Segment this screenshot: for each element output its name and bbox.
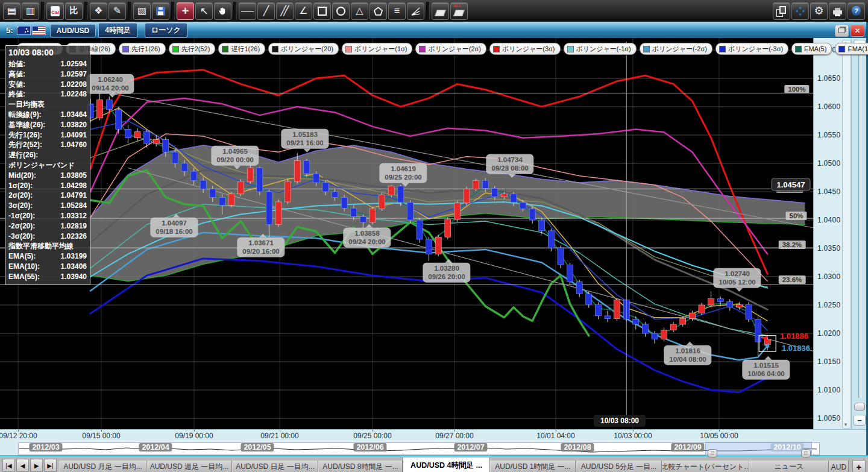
help-icon[interactable]: ? bbox=[848, 2, 865, 20]
time-axis[interactable]: 09/12 20:0009/15 00:0009/19 00:0009/21 0… bbox=[0, 429, 866, 442]
chart-type-button[interactable]: ローソク bbox=[145, 23, 187, 38]
trend-line-icon[interactable]: ╱ bbox=[257, 2, 275, 20]
hand-icon[interactable] bbox=[214, 2, 231, 20]
zoom-slider-handle[interactable] bbox=[854, 403, 865, 411]
tab-chart[interactable]: AUD/USD 5分足 一目... bbox=[576, 461, 662, 472]
legend-item[interactable]: ボリンジャー(-1σ) bbox=[564, 43, 637, 55]
first-tab-icon[interactable]: |◀ bbox=[2, 459, 15, 472]
zoom-out-button[interactable]: − bbox=[854, 415, 866, 426]
angle-line-icon[interactable]: ∠ bbox=[295, 2, 312, 20]
tab-active-chart[interactable]: AUD/USD 4時間足 ... bbox=[403, 458, 490, 472]
chart-settings-icon[interactable]: ▧ bbox=[133, 2, 151, 20]
object-connect-icon[interactable]: ❖ bbox=[90, 2, 107, 20]
calendar-icon[interactable]: Cal bbox=[46, 2, 64, 20]
panel-row: 1σ(20):1.04298 bbox=[8, 181, 87, 191]
tab-chart[interactable]: AUD/USD 1時間足 一... bbox=[490, 461, 576, 472]
fullscreen-icon[interactable] bbox=[791, 2, 809, 20]
timeline-month-badge[interactable]: 2012/06 bbox=[353, 443, 386, 452]
timeline-month-badge[interactable]: 2012/10 bbox=[770, 443, 804, 452]
price-annotation: 1.0624009/14 20:00 bbox=[86, 74, 134, 94]
cascade-windows-icon[interactable] bbox=[773, 2, 790, 20]
candle bbox=[727, 301, 733, 307]
chart-plot[interactable] bbox=[0, 38, 813, 429]
legend-item[interactable]: ボリンジャー(1σ) bbox=[342, 43, 413, 55]
rectangle-icon[interactable] bbox=[313, 2, 331, 20]
close-window-button[interactable]: ✕ bbox=[851, 25, 864, 37]
triangle-icon[interactable]: △ bbox=[351, 2, 368, 20]
legend-label: ボリンジャー(3σ) bbox=[502, 45, 555, 54]
candle bbox=[529, 209, 535, 220]
timeline-month-badge[interactable]: 2012/04 bbox=[139, 443, 172, 452]
timeline-left-handle[interactable] bbox=[708, 449, 717, 458]
add-tab-button[interactable]: + bbox=[852, 460, 866, 472]
pencil-icon[interactable]: ✎ bbox=[108, 2, 126, 20]
candle bbox=[200, 180, 206, 189]
tab-chart[interactable]: ニュース bbox=[749, 461, 829, 472]
toolbar-separator bbox=[171, 2, 175, 20]
legend-item[interactable]: 先行1(26) bbox=[119, 43, 166, 55]
legend-label: EMA(5) bbox=[804, 45, 826, 52]
timeline-month-badge[interactable]: 2012/07 bbox=[454, 443, 487, 452]
legend-item[interactable]: ボリンジャー(20) bbox=[268, 43, 339, 55]
candle bbox=[426, 239, 432, 254]
legend-item[interactable]: ボリンジャー(3σ) bbox=[489, 43, 561, 55]
tab-chart[interactable]: AUD/USD 月足 一目均... bbox=[59, 461, 146, 472]
price-annotation: 1.0461909/25 20:00 bbox=[379, 163, 427, 183]
legend-label: 先行2(52) bbox=[181, 45, 210, 54]
save-icon[interactable] bbox=[152, 2, 169, 20]
next-tab-icon[interactable]: ▶ bbox=[30, 459, 43, 472]
timeline-month-badge[interactable]: 2012/08 bbox=[561, 443, 594, 452]
last-tab-icon[interactable]: ▶| bbox=[44, 459, 57, 472]
legend-color-chip bbox=[643, 46, 650, 52]
timeline-right-handle[interactable] bbox=[801, 449, 811, 458]
candle bbox=[445, 219, 451, 237]
compare-icon[interactable]: 比 bbox=[65, 2, 83, 20]
pair-button[interactable]: AUD/USD bbox=[50, 24, 96, 37]
ellipse-icon[interactable] bbox=[332, 2, 350, 20]
timeline-month-badge[interactable]: 2012/03 bbox=[29, 443, 62, 452]
eraser-all-icon[interactable]: ALL bbox=[450, 2, 468, 20]
tab-chart[interactable]: AUD/USD 8時間足 一... bbox=[318, 461, 403, 472]
price-annotation: 1.0274010/05 12:00 bbox=[713, 268, 761, 288]
price-annotation: 1.0473409/28 08:00 bbox=[486, 154, 533, 174]
settings-gear-icon[interactable]: ⚙ bbox=[810, 2, 828, 20]
candle bbox=[699, 305, 705, 313]
scroll-down-icon[interactable]: ▼ bbox=[843, 422, 848, 427]
price-tick-label: 1.0300 bbox=[817, 272, 841, 281]
prev-tab-icon[interactable]: ◀ bbox=[16, 459, 29, 472]
print-icon[interactable] bbox=[829, 2, 846, 20]
legend-item[interactable]: 先行2(52) bbox=[169, 43, 216, 55]
tab-chart[interactable]: AUD/USD 日足 一目均... bbox=[232, 461, 318, 472]
data-window-icon[interactable]: ▤ bbox=[3, 2, 20, 20]
candle bbox=[642, 324, 648, 333]
legend-item[interactable]: EMA(5) bbox=[791, 43, 832, 55]
horizontal-line-icon[interactable]: ── bbox=[239, 2, 256, 20]
timeline-month-badge[interactable]: 2012/09 bbox=[671, 443, 704, 452]
eraser-icon[interactable] bbox=[432, 2, 449, 20]
legend-item[interactable]: 遅行1(26) bbox=[218, 43, 265, 55]
tab-chart[interactable]: AUD bbox=[829, 461, 849, 472]
cursor-icon[interactable]: ↖ bbox=[195, 2, 213, 20]
legend-item[interactable]: ボリンジャー(-3σ) bbox=[715, 43, 788, 55]
legend-item[interactable]: EMA(10) bbox=[835, 43, 868, 55]
fibonacci-retracement-icon[interactable]: ≡ bbox=[388, 2, 406, 20]
price-scrollbar[interactable] bbox=[842, 40, 851, 429]
tab-chart[interactable]: AUD/USD 週足 一目均... bbox=[146, 461, 232, 472]
ask-price-label: 1.01886 bbox=[780, 332, 808, 341]
restore-window-button[interactable] bbox=[835, 25, 849, 37]
indicator-legend: 転換線(9)基準線(26)先行1(26)先行2(52)遅行1(26)ボリンジャー… bbox=[17, 43, 868, 55]
tab-chart[interactable]: 比較チャート(パーセント... bbox=[662, 461, 749, 472]
price-tick-label: 1.0350 bbox=[817, 244, 841, 253]
legend-item[interactable]: ボリンジャー(-2σ) bbox=[640, 43, 712, 55]
timeline-month-badge[interactable]: 2012/05 bbox=[241, 443, 274, 452]
timeframe-button[interactable]: 4時間足 bbox=[98, 23, 137, 38]
candle bbox=[388, 186, 394, 195]
pentagon-icon[interactable] bbox=[370, 2, 387, 20]
crosshair-icon[interactable]: + bbox=[177, 2, 194, 20]
candle bbox=[670, 324, 676, 330]
legend-item[interactable]: ボリンジャー(2σ) bbox=[415, 43, 486, 55]
new-report-icon[interactable]: ▥ bbox=[22, 2, 39, 20]
time-tick-label: 09/12 20:00 bbox=[0, 432, 37, 440]
fibonacci-fan-icon[interactable] bbox=[407, 2, 424, 20]
parallel-lines-icon[interactable]: ╱╱ bbox=[276, 2, 294, 20]
